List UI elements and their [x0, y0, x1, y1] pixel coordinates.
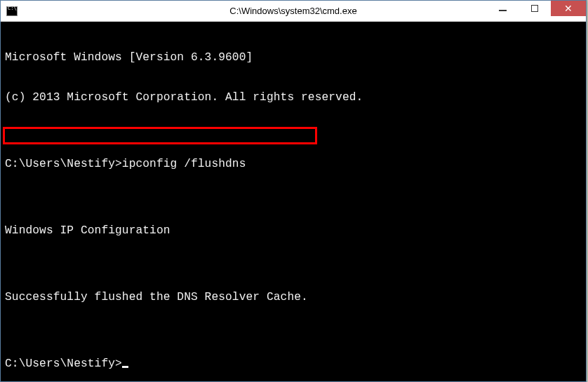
cmd-icon [6, 6, 18, 16]
minimize-button[interactable] [486, 1, 519, 16]
titlebar[interactable]: C:\Windows\system32\cmd.exe ✕ [1, 1, 586, 22]
annotation-highlight-box [3, 127, 317, 144]
cursor-icon [122, 366, 128, 368]
output-line-success: Successfully flushed the DNS Resolver Ca… [5, 291, 582, 304]
prompt-line: C:\Users\Nestify>ipconfig /flushdns [5, 158, 582, 171]
close-icon: ✕ [564, 4, 573, 13]
terminal-area[interactable]: Microsoft Windows [Version 6.3.9600] (c)… [1, 22, 586, 381]
prompt-prefix: C:\Users\Nestify> [5, 158, 122, 170]
output-line: Microsoft Windows [Version 6.3.9600] [5, 51, 582, 64]
close-button[interactable]: ✕ [551, 1, 586, 16]
maximize-button[interactable] [519, 1, 551, 16]
cmd-window: C:\Windows\system32\cmd.exe ✕ Microsoft … [0, 0, 587, 382]
prompt-line: C:\Users\Nestify> [5, 357, 582, 371]
prompt-prefix: C:\Users\Nestify> [5, 357, 122, 370]
output-line: (c) 2013 Microsoft Corporation. All righ… [5, 91, 582, 104]
command-text: ipconfig /flushdns [122, 158, 246, 170]
window-controls: ✕ [486, 1, 586, 16]
output-line: Windows IP Configuration [5, 224, 582, 238]
minimize-icon [499, 10, 507, 11]
maximize-icon [531, 5, 538, 12]
